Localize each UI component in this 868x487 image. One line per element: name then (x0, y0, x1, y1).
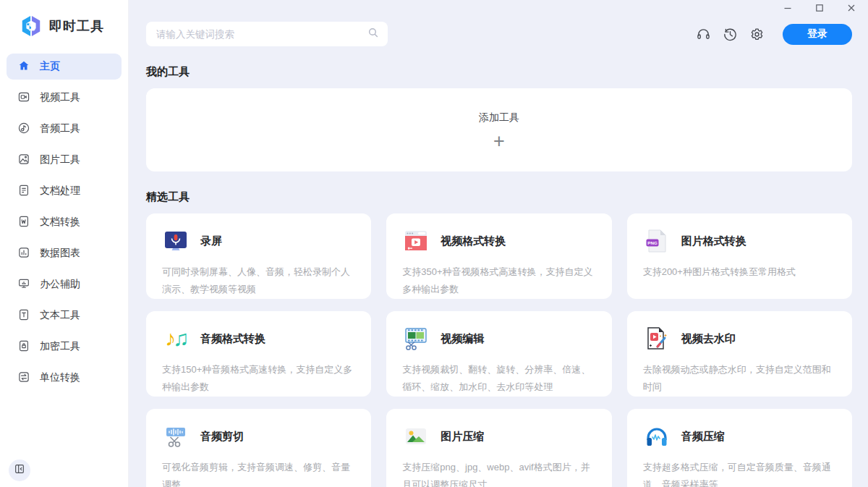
login-button[interactable]: 登录 (783, 24, 852, 45)
video-edit-icon (402, 325, 430, 352)
app-logo: 即时工具 (0, 0, 128, 38)
tool-card-title: 音频压缩 (681, 430, 725, 444)
sidebar-item-label: 加密工具 (40, 340, 80, 353)
tool-card-audio-format-convert[interactable]: ♪♫ 音频格式转换 支持150+种音频格式高速转换，支持自定义多种输出参数 (146, 311, 371, 397)
doc-convert-icon (17, 215, 30, 230)
tool-card-image-compress[interactable]: 图片压缩 支持压缩png、jpg、webp、avif格式图片，并且可以调整压缩尺… (386, 409, 611, 487)
add-tool-label: 添加工具 (479, 111, 519, 124)
featured-tools-title: 精选工具 (146, 190, 852, 204)
tool-card-desc: 去除视频动态或静态水印，支持自定义范围和时间 (643, 361, 836, 396)
plus-icon[interactable]: + (493, 134, 505, 148)
sidebar-item-label: 图片工具 (40, 153, 80, 166)
sidebar-item-label: 视频工具 (40, 91, 80, 104)
encrypt-tools-icon (17, 339, 30, 355)
tool-card-desc: 支持150+种音频格式高速转换，支持自定义多种输出参数 (162, 361, 355, 396)
audio-compress-icon (643, 423, 671, 450)
sidebar-item-unit-convert[interactable]: 单位转换 (7, 365, 122, 391)
sidebar-item-label: 文档处理 (40, 185, 80, 198)
tool-card-audio-compress[interactable]: 音频压缩 支持超多格式压缩，可自定音频质量、音频通道、音频采样率等 (627, 409, 852, 487)
video-watermark-remove-icon (643, 325, 671, 352)
data-chart-icon (17, 246, 30, 261)
tool-card-title: 音频格式转换 (200, 332, 265, 346)
app-window: 即时工具 主页 视频工具 音频工具 图片工具 文档处理 (0, 0, 868, 487)
tool-card-title: 图片格式转换 (681, 234, 746, 248)
sidebar-item-label: 办公辅助 (40, 278, 80, 291)
office-assist-icon (17, 277, 30, 292)
collapse-sidebar-icon (14, 463, 25, 478)
tool-card-audio-cut[interactable]: 音频剪切 可视化音频剪辑，支持音频调速、修剪、音量调整 (146, 409, 371, 487)
tool-card-title: 视频编辑 (441, 332, 484, 346)
sidebar-item-label: 文档转换 (40, 216, 80, 229)
audio-format-convert-icon: ♪♫ (162, 325, 190, 352)
tool-card-desc: 支持压缩png、jpg、webp、avif格式图片，并且可以调整压缩尺寸 (402, 459, 595, 487)
tool-card-image-format-convert[interactable]: PNG 图片格式转换 支持200+种图片格式转换至常用格式 (627, 213, 852, 299)
video-format-convert-icon (402, 227, 430, 255)
sidebar-item-doc-process[interactable]: 文档处理 (7, 178, 122, 204)
featured-tools-grid: 录屏 可同时录制屏幕、人像、音频，轻松录制个人演示、教学视频等视频 视频格式转换… (146, 213, 852, 487)
add-tool-card[interactable]: 添加工具 + (146, 88, 852, 171)
sidebar-item-label: 文本工具 (40, 309, 80, 322)
topbar: 登录 (146, 22, 852, 46)
sidebar-item-label: 音频工具 (40, 122, 80, 135)
sidebar-item-doc-convert[interactable]: 文档转换 (7, 209, 122, 235)
sidebar-item-home[interactable]: 主页 (7, 54, 122, 80)
sidebar-item-audio-tools[interactable]: 音频工具 (7, 116, 122, 142)
tool-card-video-format-convert[interactable]: 视频格式转换 支持350+种音视频格式高速转换，支持自定义多种输出参数 (386, 213, 611, 299)
tool-card-desc: 支持350+种音视频格式高速转换，支持自定义多种输出参数 (402, 263, 595, 298)
image-format-convert-icon: PNG (643, 227, 671, 255)
sidebar-item-label: 主页 (40, 60, 60, 73)
settings-gear-icon[interactable] (748, 25, 765, 43)
unit-convert-icon (17, 370, 30, 386)
window-controls (781, 1, 858, 14)
screen-record-icon (162, 227, 190, 255)
support-headset-icon[interactable] (694, 25, 712, 43)
tool-card-video-edit[interactable]: 视频编辑 支持视频裁切、翻转、旋转、分辨率、倍速、循环、缩放、加水印、去水印等处… (386, 311, 611, 397)
maximize-button[interactable] (813, 1, 826, 14)
tool-card-desc: 支持视频裁切、翻转、旋转、分辨率、倍速、循环、缩放、加水印、去水印等处理 (402, 361, 595, 396)
audio-cut-icon (162, 423, 190, 450)
sidebar-item-label: 数据图表 (40, 247, 80, 260)
sidebar-item-encrypt-tools[interactable]: 加密工具 (7, 334, 122, 360)
minimize-button[interactable] (781, 1, 794, 14)
tool-card-desc: 支持超多格式压缩，可自定音频质量、音频通道、音频采样率等 (643, 459, 836, 487)
sidebar: 即时工具 主页 视频工具 音频工具 图片工具 文档处理 (0, 0, 129, 487)
sidebar-item-text-tools[interactable]: 文本工具 (7, 302, 122, 329)
sidebar-item-video-tools[interactable]: 视频工具 (7, 85, 122, 111)
sidebar-item-image-tools[interactable]: 图片工具 (7, 147, 122, 173)
history-icon[interactable] (721, 25, 739, 43)
app-title: 即时工具 (49, 17, 104, 35)
sidebar-item-data-chart[interactable]: 数据图表 (7, 240, 122, 266)
my-tools-title: 我的工具 (146, 65, 852, 79)
image-tools-icon (17, 153, 30, 168)
search-box[interactable] (146, 22, 388, 46)
doc-process-icon (17, 184, 30, 199)
audio-tools-icon (17, 122, 30, 137)
tool-card-title: 视频格式转换 (441, 234, 506, 248)
tool-card-desc: 支持200+种图片格式转换至常用格式 (643, 263, 836, 281)
image-compress-icon (402, 423, 430, 450)
video-tools-icon (17, 90, 30, 106)
home-icon (17, 59, 30, 75)
logo-icon (20, 14, 43, 38)
tool-card-video-watermark-remove[interactable]: 视频去水印 去除视频动态或静态水印，支持自定义范围和时间 (627, 311, 852, 397)
sidebar-item-office-assist[interactable]: 办公辅助 (7, 271, 122, 297)
topbar-actions: 登录 (694, 24, 852, 45)
collapse-sidebar-button[interactable] (9, 460, 30, 481)
text-tools-icon (17, 308, 30, 323)
tool-card-title: 音频剪切 (200, 430, 244, 444)
tool-card-desc: 可同时录制屏幕、人像、音频，轻松录制个人演示、教学视频等视频 (162, 263, 355, 298)
sidebar-item-label: 单位转换 (40, 371, 80, 384)
tool-card-title: 图片压缩 (441, 430, 484, 444)
search-icon[interactable] (367, 27, 379, 41)
tool-card-title: 录屏 (200, 234, 222, 248)
main-content: 登录 我的工具 添加工具 + 精选工具 录屏 可同时录制屏幕、人像、音频，轻松录… (129, 0, 868, 487)
search-input[interactable] (156, 29, 367, 40)
tool-card-screen-record[interactable]: 录屏 可同时录制屏幕、人像、音频，轻松录制个人演示、教学视频等视频 (146, 213, 371, 299)
svg-text:PNG: PNG (647, 240, 658, 245)
sidebar-nav: 主页 视频工具 音频工具 图片工具 文档处理 文档转换 (0, 54, 128, 391)
tool-card-title: 视频去水印 (681, 332, 736, 346)
tool-card-desc: 可视化音频剪辑，支持音频调速、修剪、音量调整 (162, 459, 355, 487)
close-button[interactable] (845, 1, 858, 14)
